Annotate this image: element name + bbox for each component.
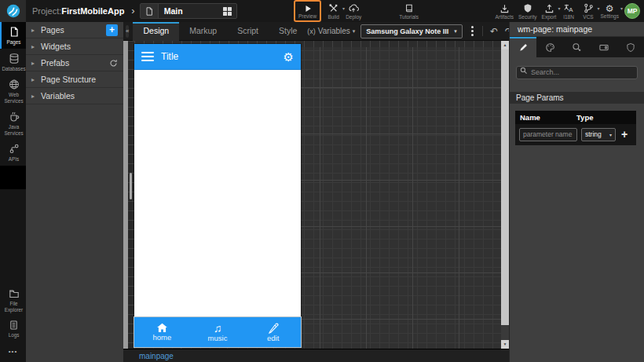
inspector-header: wm-page: mainpage <box>510 22 644 37</box>
scroll-up-arrow[interactable] <box>501 41 509 49</box>
security-button[interactable]: Security <box>516 0 539 22</box>
play-icon <box>303 4 313 13</box>
page-selector[interactable]: Main <box>140 3 237 19</box>
top-bar: Project:FirstMobileApp Main Preview Buil… <box>0 0 644 22</box>
rail-item-apis[interactable]: APIs <box>0 139 26 166</box>
tab-properties[interactable] <box>510 37 536 57</box>
export-upload-icon <box>544 3 554 13</box>
build-tools-icon <box>328 3 338 13</box>
nav-item-home[interactable]: home <box>134 317 190 347</box>
rail-item-file-explorer[interactable]: File Explorer <box>0 284 26 316</box>
selected-type: string <box>585 130 602 138</box>
music-icon <box>214 323 222 334</box>
explorer-section-prefabs[interactable]: Prefabs <box>26 55 123 71</box>
security-shield-icon <box>523 3 532 13</box>
deploy-button[interactable]: Deploy <box>343 0 364 22</box>
chevron-down-icon <box>353 28 356 35</box>
ruler-scroll-thumb[interactable] <box>130 173 132 199</box>
preview-button[interactable]: Preview <box>294 0 321 22</box>
phone-gear-icon[interactable] <box>284 51 294 63</box>
page-grid-icon[interactable] <box>223 7 232 16</box>
expand-arrow-icon <box>31 27 35 34</box>
artifacts-button[interactable]: Artifacts <box>493 0 516 22</box>
variables-fx-icon: (x) <box>307 27 316 35</box>
settings-button[interactable]: Settings <box>598 0 622 22</box>
phone-page-title: Title <box>161 51 178 62</box>
wavemaker-logo[interactable] <box>0 0 26 22</box>
param-row: string <box>515 124 636 145</box>
hamburger-menu-icon[interactable] <box>141 52 154 61</box>
rail-item-pages[interactable]: Pages <box>0 22 26 49</box>
svg-text:A: A <box>569 6 573 13</box>
export-button[interactable]: Export <box>540 0 559 22</box>
canvas-toolbar: Design Markup Script Style (x) Variables… <box>123 22 509 41</box>
explorer-section-widgets[interactable]: Widgets <box>26 38 123 55</box>
tab-device[interactable] <box>591 37 617 57</box>
breadcrumb-chevron-icon <box>131 5 134 16</box>
java-services-cup-icon <box>9 111 20 122</box>
left-rail: Pages Databases Web Services Java Servic… <box>0 22 26 362</box>
page-params-table: Name Type string <box>515 111 636 145</box>
shield-outline-icon <box>626 42 635 53</box>
palette-icon <box>545 42 555 53</box>
page-icon <box>141 4 159 18</box>
add-param-button[interactable] <box>621 129 628 140</box>
undo-button[interactable] <box>490 27 498 36</box>
explorer-section-variables[interactable]: Variables <box>26 88 123 104</box>
build-button[interactable]: Build <box>324 0 343 22</box>
tab-markup[interactable]: Markup <box>179 22 227 41</box>
explorer-section-pages[interactable]: Pages <box>26 22 123 38</box>
phone-preview: Title home music <box>134 44 301 347</box>
rail-item-logs[interactable]: Logs <box>0 316 26 342</box>
logs-document-icon <box>9 320 19 331</box>
rail-more-button[interactable] <box>0 342 26 362</box>
collapse-left-panel-button[interactable] <box>126 25 129 38</box>
phone-page-content[interactable] <box>134 70 301 317</box>
tab-script[interactable]: Script <box>227 22 269 41</box>
phone-titlebar[interactable]: Title <box>134 44 301 70</box>
expand-arrow-icon <box>31 93 35 100</box>
pages-icon <box>9 26 20 38</box>
avatar-initials: MP <box>628 7 638 15</box>
more-options-kebab-icon[interactable] <box>468 26 477 36</box>
scrollbar-thumb[interactable] <box>501 49 509 325</box>
tutorials-button[interactable]: Tutorials <box>397 0 421 22</box>
search-input[interactable] <box>516 66 638 79</box>
pencil-icon <box>518 42 529 53</box>
variables-dropdown[interactable]: (x) Variables <box>307 27 355 35</box>
table-header-row: Name Type <box>515 111 636 124</box>
tab-styles[interactable] <box>536 37 563 57</box>
i18n-button[interactable]: A I18N <box>559 0 579 22</box>
nav-item-edit[interactable]: edit <box>245 317 301 347</box>
tab-style[interactable]: Style <box>269 22 307 41</box>
rail-item-databases[interactable]: Databases <box>0 49 26 75</box>
tutorials-book-icon <box>404 3 414 13</box>
tab-security[interactable] <box>617 37 644 57</box>
user-avatar[interactable]: MP <box>624 3 640 19</box>
column-header-name: Name <box>515 113 576 122</box>
chevron-down-icon <box>609 132 612 137</box>
i18n-translate-icon: A <box>563 3 574 13</box>
selected-page-name: Main <box>159 6 223 16</box>
rail-item-java-services[interactable]: Java Services <box>0 107 26 139</box>
explorer-section-page-structure[interactable]: Page Structure <box>26 71 123 88</box>
expand-arrow-icon <box>31 76 35 83</box>
open-page-tab-mainpage[interactable]: mainpage <box>139 352 174 360</box>
refresh-icon[interactable] <box>109 59 118 68</box>
project-name: FirstMobileApp <box>61 6 124 16</box>
param-name-input[interactable] <box>519 128 577 141</box>
add-page-button[interactable] <box>106 24 118 36</box>
scroll-down-arrow[interactable] <box>501 340 509 349</box>
chevron-down-icon <box>620 5 623 11</box>
web-services-globe-icon <box>9 79 20 90</box>
rail-item-web-services[interactable]: Web Services <box>0 75 26 107</box>
tab-inspect[interactable] <box>563 37 590 57</box>
vcs-button[interactable]: VCS <box>579 0 598 22</box>
param-type-select[interactable]: string <box>581 128 616 141</box>
wavemaker-logo-icon <box>6 4 20 18</box>
canvas-vertical-scrollbar[interactable] <box>501 41 509 349</box>
device-selector[interactable]: Samsung Galaxy Note III <box>360 24 463 38</box>
chevron-down-icon <box>454 28 457 35</box>
tab-design[interactable]: Design <box>133 22 179 41</box>
nav-item-music[interactable]: music <box>190 317 246 347</box>
